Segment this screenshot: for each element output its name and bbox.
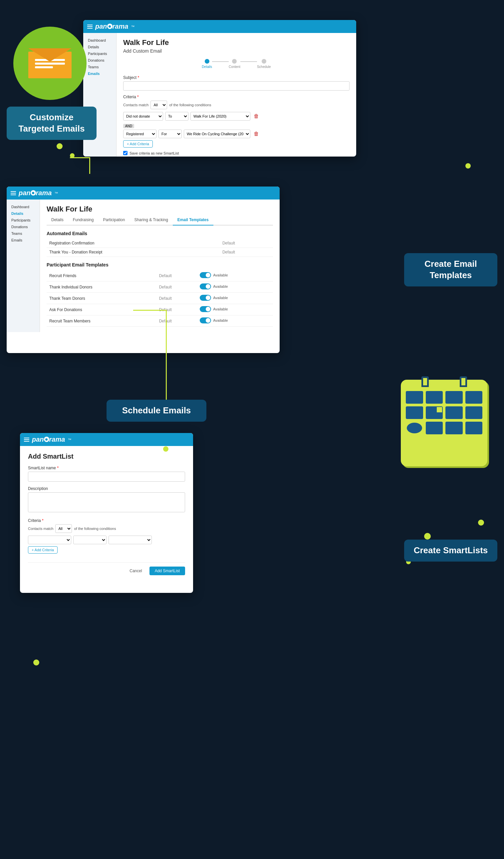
contacts-match-select[interactable]: All xyxy=(151,101,167,109)
cal-cell xyxy=(465,391,483,404)
smartlist-form-title: Add SmartList xyxy=(28,453,185,460)
step-label-schedule: Schedule xyxy=(257,65,271,69)
cal-cell xyxy=(406,406,423,419)
customize-emails-label: Customize Targeted Emails xyxy=(7,107,96,140)
browser-header-1: panrama ™ xyxy=(83,20,356,33)
envelope-flap xyxy=(28,48,72,62)
step-circle-content xyxy=(232,59,237,64)
criteria-row2-col2[interactable]: For xyxy=(158,130,182,138)
criteria-empty-col2[interactable] xyxy=(73,536,107,544)
section-email-templates: panrama ™ Dashboard Details Participants… xyxy=(0,180,504,366)
add-criteria-button-3[interactable]: + Add Criteria xyxy=(28,546,58,554)
email-name: Recruit Team Members xyxy=(47,315,156,327)
calendar-rings xyxy=(406,376,483,387)
criteria-row1-delete[interactable]: 🗑 xyxy=(254,113,259,119)
contacts-match-label: Contacts match xyxy=(123,103,149,107)
tab-details[interactable]: Details xyxy=(47,215,68,226)
cancel-button[interactable]: Cancel xyxy=(125,567,146,575)
subject-input[interactable] xyxy=(123,81,350,91)
browser-header-2: panrama ™ xyxy=(7,186,280,199)
schedule-emails-label: Schedule Emails xyxy=(107,400,207,422)
criteria-label: Criteria * xyxy=(123,95,350,99)
sidebar2-item-emails[interactable]: Emails xyxy=(9,237,37,243)
logo-text: panrama xyxy=(95,22,128,30)
participant-templates-title: Participant Email Templates xyxy=(47,262,273,268)
save-smartlist-row: Save criteria as new SmartList xyxy=(123,151,350,155)
step-details: Details xyxy=(202,59,212,69)
criteria-empty-col3[interactable] xyxy=(108,536,152,544)
logo-circle xyxy=(107,24,112,29)
criteria-row-2: Registered For We Ride On Cycling Challe… xyxy=(123,130,350,138)
smartlist-name-input-3[interactable] xyxy=(28,472,185,482)
description-label: Description xyxy=(28,486,185,491)
menu-icon-3[interactable] xyxy=(24,438,29,442)
subject-required: * xyxy=(137,75,139,80)
cal-cell xyxy=(445,406,463,419)
criteria-row1-col1[interactable]: Did not donate xyxy=(123,112,163,121)
step-line-2 xyxy=(240,61,257,62)
tab-participation[interactable]: Participation xyxy=(98,215,129,226)
criteria-label-3: Criteria * xyxy=(28,518,185,523)
criteria-row1-col3[interactable]: Walk For Life (2020) xyxy=(190,112,250,121)
save-smartlist-label: Save criteria as new SmartList xyxy=(129,151,179,155)
cal-cell xyxy=(426,391,443,404)
envelope-graphic xyxy=(28,48,72,78)
panorama-logo-2: panrama ™ xyxy=(19,189,58,197)
create-email-templates-label: Create Email Templates xyxy=(404,253,497,286)
criteria-row2-col3[interactable]: We Ride On Cycling Challenge (2020) & 1 … xyxy=(184,130,250,138)
sidebar2-item-participants[interactable]: Participants xyxy=(9,217,37,224)
connecting-line xyxy=(133,310,166,311)
step-schedule: Schedule xyxy=(257,59,271,69)
browser-header-3: panrama ™ xyxy=(20,433,193,446)
menu-icon[interactable] xyxy=(87,25,93,29)
toggle-2[interactable] xyxy=(200,295,211,301)
sidebar-item-details[interactable]: Details xyxy=(86,44,113,50)
decorative-dot xyxy=(163,446,168,452)
criteria-row1-col2[interactable]: To xyxy=(165,112,188,121)
table-row: Thank Individual Donors Default Availabl… xyxy=(47,282,273,293)
submit-smartlist-button[interactable]: Add SmartList xyxy=(150,567,185,575)
table-row: Recruit Team Members Default Available xyxy=(47,315,273,327)
tab-sharing[interactable]: Sharing & Tracking xyxy=(129,215,172,226)
tab-email-templates[interactable]: Email Templates xyxy=(173,215,213,226)
sidebar-item-dashboard[interactable]: Dashboard xyxy=(86,37,113,44)
tab-fundraising[interactable]: Fundraising xyxy=(68,215,98,226)
toggle-1[interactable] xyxy=(200,284,211,289)
sidebar-item-teams[interactable]: Teams xyxy=(86,64,113,70)
logo-text-3: panrama xyxy=(32,436,65,443)
cal-ring-left xyxy=(422,376,429,387)
smartlist-form-container: Add SmartList SmartList name * Descripti… xyxy=(20,446,193,582)
toggle-switch-4: Available xyxy=(200,317,228,323)
contacts-match-select-3[interactable]: All xyxy=(55,524,72,533)
criteria-row2-delete[interactable]: 🗑 xyxy=(254,131,259,137)
sidebar-item-donations[interactable]: Donations xyxy=(86,57,113,64)
add-criteria-button[interactable]: + Add Criteria xyxy=(123,140,153,148)
sidebar2-item-teams[interactable]: Teams xyxy=(9,230,37,237)
cal-cell xyxy=(465,406,483,419)
logo-trademark: ™ xyxy=(131,25,135,29)
toggle-4[interactable] xyxy=(200,317,211,323)
save-smartlist-checkbox[interactable] xyxy=(123,151,127,155)
sidebar-item-participants[interactable]: Participants xyxy=(86,50,113,57)
form-footer: Cancel Add SmartList xyxy=(28,562,185,575)
sidebar2-item-dashboard[interactable]: Dashboard xyxy=(9,204,37,210)
sidebar-item-emails[interactable]: Emails xyxy=(86,70,113,77)
email-type: Default xyxy=(220,239,273,248)
menu-icon-2[interactable] xyxy=(11,191,16,195)
table-row: Thank Team Donors Default Available xyxy=(47,293,273,304)
criteria-required: * xyxy=(137,95,139,99)
table-row: Recruit Friends Default Available xyxy=(47,270,273,282)
decorative-dot xyxy=(33,660,39,665)
toggle-3[interactable] xyxy=(200,306,211,312)
smartlist-name-group: SmartList name * xyxy=(28,466,185,482)
toggle-0[interactable] xyxy=(200,272,211,278)
sidebar2-item-donations[interactable]: Donations xyxy=(9,224,37,230)
toggle-cell: Available xyxy=(197,282,273,293)
toggle-switch-0: Available xyxy=(200,272,228,278)
criteria-empty-col1[interactable] xyxy=(28,536,71,544)
description-textarea[interactable] xyxy=(28,492,185,512)
sidebar2-item-details[interactable]: Details xyxy=(9,210,37,217)
toggle-label-4: Available xyxy=(213,318,228,322)
criteria-row2-col1[interactable]: Registered xyxy=(123,130,156,138)
and-badge: AND xyxy=(123,124,134,128)
